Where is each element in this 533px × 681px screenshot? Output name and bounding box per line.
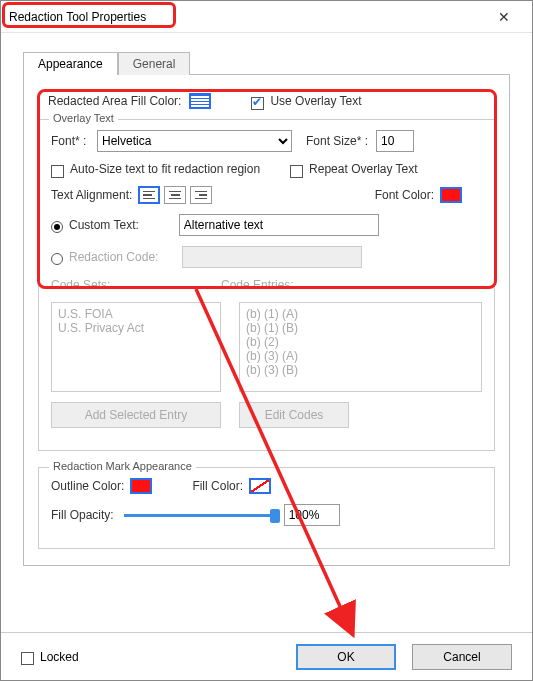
font-label: Font* :: [51, 134, 97, 148]
list-item[interactable]: (b) (1) (B): [246, 321, 475, 335]
opacity-slider[interactable]: [124, 514, 274, 517]
font-size-label: Font Size* :: [306, 134, 368, 148]
custom-text-label: Custom Text:: [69, 218, 139, 232]
custom-text-input[interactable]: [179, 214, 379, 236]
add-entry-button: Add Selected Entry: [51, 402, 221, 428]
custom-text-radio[interactable]: [51, 221, 63, 233]
list-item[interactable]: (b) (1) (A): [246, 307, 475, 321]
list-item[interactable]: U.S. FOIA: [58, 307, 214, 321]
align-left-button[interactable]: [138, 186, 160, 204]
mark-fill-swatch[interactable]: [249, 478, 271, 494]
code-entries-list[interactable]: (b) (1) (A) (b) (1) (B) (b) (2) (b) (3) …: [239, 302, 482, 392]
opacity-input[interactable]: [284, 504, 340, 526]
repeat-checkbox[interactable]: [290, 165, 303, 178]
opacity-label: Fill Opacity:: [51, 508, 114, 522]
use-overlay-label: Use Overlay Text: [270, 94, 361, 108]
align-label: Text Alignment:: [51, 188, 132, 202]
code-sets-list[interactable]: U.S. FOIA U.S. Privacy Act: [51, 302, 221, 392]
tab-general[interactable]: General: [118, 52, 191, 75]
code-sets-label: Code Sets:: [51, 278, 221, 292]
font-size-input[interactable]: [376, 130, 414, 152]
overlay-group-title: Overlay Text: [49, 112, 118, 124]
redaction-code-radio[interactable]: [51, 253, 63, 265]
footer-bar: Locked OK Cancel: [1, 632, 532, 680]
use-overlay-checkbox[interactable]: [251, 97, 264, 110]
font-color-label: Font Color:: [375, 188, 434, 202]
tab-strip: Appearance General: [23, 51, 532, 74]
list-item[interactable]: U.S. Privacy Act: [58, 321, 214, 335]
mark-fill-label: Fill Color:: [192, 479, 243, 493]
mark-group-title: Redaction Mark Appearance: [49, 460, 196, 472]
repeat-label: Repeat Overlay Text: [309, 162, 418, 176]
tab-appearance[interactable]: Appearance: [23, 52, 118, 75]
fill-color-swatch[interactable]: [189, 93, 211, 109]
ok-button[interactable]: OK: [296, 644, 396, 670]
code-entries-label: Code Entries:: [221, 278, 294, 292]
locked-checkbox[interactable]: [21, 652, 34, 665]
edit-codes-button: Edit Codes: [239, 402, 349, 428]
appearance-panel: Redacted Area Fill Color: Use Overlay Te…: [23, 74, 510, 566]
autosize-label: Auto-Size text to fit redaction region: [70, 162, 260, 176]
overlay-text-group: Overlay Text Font* : Helvetica Font Size…: [38, 119, 495, 451]
list-item[interactable]: (b) (3) (B): [246, 363, 475, 377]
title-bar: Redaction Tool Properties ✕: [1, 1, 532, 33]
autosize-checkbox[interactable]: [51, 165, 64, 178]
redaction-code-label: Redaction Code:: [69, 250, 158, 264]
cancel-button[interactable]: Cancel: [412, 644, 512, 670]
outline-color-swatch[interactable]: [130, 478, 152, 494]
close-icon[interactable]: ✕: [484, 9, 524, 25]
redaction-code-input: [182, 246, 362, 268]
window-title: Redaction Tool Properties: [9, 10, 146, 24]
list-item[interactable]: (b) (3) (A): [246, 349, 475, 363]
outline-color-label: Outline Color:: [51, 479, 124, 493]
align-right-button[interactable]: [190, 186, 212, 204]
align-center-button[interactable]: [164, 186, 186, 204]
fill-color-label: Redacted Area Fill Color:: [48, 94, 181, 108]
locked-label: Locked: [40, 650, 79, 664]
list-item[interactable]: (b) (2): [246, 335, 475, 349]
font-color-swatch[interactable]: [440, 187, 462, 203]
mark-appearance-group: Redaction Mark Appearance Outline Color:…: [38, 467, 495, 549]
font-select[interactable]: Helvetica: [97, 130, 292, 152]
